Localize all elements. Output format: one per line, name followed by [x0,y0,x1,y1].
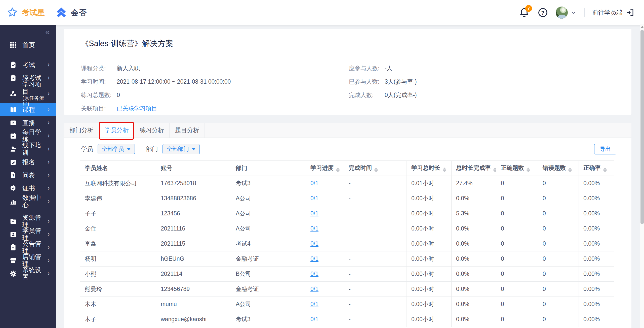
table-cell: 20211115 [156,236,231,251]
department-filter-dropdown[interactable]: 全部部门 [163,144,200,154]
table-cell: 0 [538,236,579,251]
progress-link[interactable]: 0/1 [310,255,318,262]
progress-link[interactable]: 0/1 [310,225,318,232]
sidebar-item-公告管理[interactable]: 公告管理› [0,241,56,254]
table-row: 木子wangxue@kaoshi考试30/1-0.00小时0.0%000.00% [80,312,614,327]
column-header-正确率[interactable]: 正确率 [579,161,614,176]
table-cell: 木子 [80,312,156,327]
student-portal-link[interactable]: 前往学员端 [592,8,634,17]
sort-caret-icon[interactable] [493,168,496,172]
student-filter-dropdown[interactable]: 全部学员 [98,144,135,154]
sidebar-item-问卷[interactable]: ?问卷› [0,169,56,182]
info-label: 完成人数: [349,91,385,99]
table-cell: 0.0% [452,251,496,267]
department-filter-value: 全部部门 [167,145,189,153]
logo-divider [50,8,50,17]
column-header-错误题数[interactable]: 错误题数 [538,161,579,176]
info-label: 关联项目: [81,105,117,112]
notifications-button[interactable]: 7 [519,7,530,18]
table-cell: A公司 [231,297,306,312]
sidebar-item-证书[interactable]: 证书› [0,182,56,195]
progress-link[interactable]: 0/1 [310,210,318,217]
chevron-right-icon: › [47,184,50,193]
table-row: 小熊2021114B公司0/1-0.00小时0.0%000.00% [80,267,614,282]
export-button[interactable]: 导出 [594,144,616,154]
sidebar-item-label: 首页 [22,41,35,49]
progress-link[interactable]: 0/1 [310,286,318,292]
table-row: 熊曼玲123456789金融考证0/1-0.00小时0.0%000.00% [80,282,614,297]
sidebar-item-直播[interactable]: 直播› [0,116,56,129]
sidebar-item-首页[interactable]: 首页 [0,38,56,51]
svg-text:?: ? [541,10,544,16]
sort-caret-icon[interactable] [336,168,340,172]
sidebar: « 首页考试›轻考试›学习项目(原任务流程)›课程›直播›每日学练›线下培训›报… [0,25,56,328]
sidebar-collapse-button[interactable]: « [45,27,50,37]
table-cell: 0.00小时 [407,191,452,206]
table-cell: 金融考证 [231,251,306,267]
sidebar-item-店铺管理[interactable]: 店铺管理› [0,254,56,267]
title-divider [81,56,614,56]
column-header-学员姓名: 学员姓名 [80,161,156,176]
sidebar-item-每日学练[interactable]: 每日学练› [0,129,56,142]
sort-caret-icon[interactable] [527,168,530,172]
table-cell: 0.00小时 [407,282,452,297]
scrollbar-up-arrow-icon[interactable] [641,26,643,28]
header-divider [584,8,585,17]
user-menu[interactable] [556,7,577,19]
sidebar-item-label: 证书 [22,185,35,192]
sort-caret-icon[interactable] [443,168,446,172]
tab-练习分析[interactable]: 练习分析 [134,123,170,138]
table-cell: 0.0% [452,191,496,206]
progress-link[interactable]: 0/1 [310,301,318,307]
table-cell: 0.0% [452,236,496,251]
table-cell: 0 [496,251,538,267]
sidebar-item-学习项目[interactable]: 学习项目(原任务流程)› [0,84,56,103]
sort-caret-icon[interactable] [603,168,607,172]
info-value: 新人入职 [117,64,140,72]
sidebar-item-线下培训[interactable]: 线下培训› [0,142,56,155]
table-cell: 0.0% [452,282,496,297]
table-cell: hGEUnG [156,251,231,267]
cell-progress: 0/1 [306,206,344,221]
scrollbar-thumb[interactable] [640,30,644,224]
progress-link[interactable]: 0/1 [310,180,318,186]
sidebar-item-资源管理[interactable]: 资源管理› [0,215,56,228]
sidebar-item-系统设置[interactable]: 系统设置› [0,267,56,280]
sidebar-item-考试[interactable]: 考试› [0,58,56,71]
table-cell: mumu [156,297,231,312]
progress-link[interactable]: 0/1 [310,195,318,202]
column-header-学习进度[interactable]: 学习进度 [306,161,344,176]
column-header-完成时间[interactable]: 完成时间 [344,161,407,176]
tab-部门分析[interactable]: 部门分析 [64,123,99,138]
column-header-label: 总时长完成率 [456,165,491,171]
progress-link[interactable]: 0/1 [310,316,318,322]
sidebar-item-报名[interactable]: 报名› [0,155,56,169]
progress-link[interactable]: 0/1 [310,240,318,247]
sort-caret-icon[interactable] [568,168,572,172]
column-header-学习总时长[interactable]: 学习总时长 [407,161,452,176]
sort-caret-icon[interactable] [374,168,378,172]
cell-progress: 0/1 [306,221,344,236]
tab-题目分析[interactable]: 题目分析 [170,123,205,138]
progress-link[interactable]: 0/1 [310,271,318,277]
table-cell: 13488823686 [156,191,231,206]
sidebar-item-学员管理[interactable]: 学员管理› [0,228,56,241]
tab-学员分析[interactable]: 学员分析 [99,123,134,138]
linked-project-link[interactable]: 已关联学习项目 [117,105,157,112]
table-cell: B公司 [231,267,306,282]
table-cell: 0.00小时 [407,236,452,251]
student-analysis-table: 学员姓名账号部门学习进度完成时间学习总时长总时长完成率正确题数错误题数正确率 互… [80,160,614,327]
help-button[interactable]: ? [538,7,548,18]
course-info-row: 课程分类:新人入职 [81,62,349,75]
sidebar-item-label: 公告管理 [22,240,47,255]
table-cell: 0.00小时 [407,206,452,221]
vertical-scrollbar[interactable] [640,24,644,328]
column-header-总时长完成率[interactable]: 总时长完成率 [452,161,496,176]
table-cell: - [344,191,407,206]
sidebar-item-数据中心[interactable]: 数据中心› [0,195,56,208]
column-header-正确题数[interactable]: 正确题数 [496,161,538,176]
student-filter-label: 学员 [81,145,93,153]
table-cell: 0.00% [579,267,614,282]
table-cell: 5.3% [452,206,496,221]
clipboard-icon [10,244,17,251]
